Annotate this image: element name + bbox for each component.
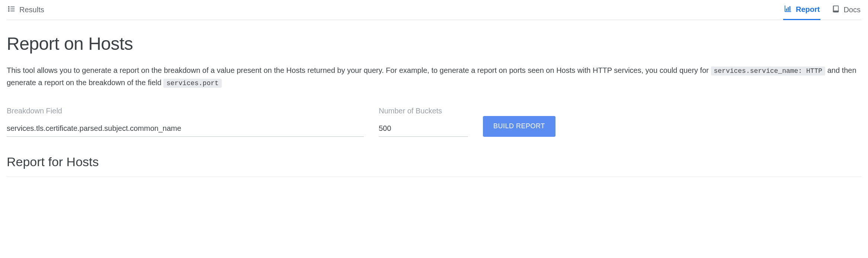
- svg-rect-8: [786, 9, 787, 11]
- tab-report-label: Report: [796, 5, 820, 14]
- tab-results-label: Results: [19, 6, 44, 14]
- list-icon: [7, 5, 16, 15]
- buckets-field-group: Number of Buckets: [379, 107, 468, 137]
- page-title: Report on Hosts: [7, 33, 861, 54]
- desc-text-1: This tool allows you to generate a repor…: [7, 66, 711, 74]
- desc-code-2: services.port: [163, 79, 221, 88]
- report-form: Breakdown Field Number of Buckets BUILD …: [7, 107, 861, 137]
- section-divider: [7, 177, 861, 177]
- desc-code-1: services.service_name: HTTP: [711, 67, 826, 75]
- svg-rect-9: [788, 7, 789, 11]
- svg-point-1: [9, 9, 9, 9]
- nav-left: Results: [7, 0, 45, 20]
- top-nav: Results Report Docs: [7, 0, 861, 20]
- nav-right: Report Docs: [783, 0, 861, 20]
- buckets-field-input[interactable]: [379, 122, 468, 137]
- buckets-field-label: Number of Buckets: [379, 107, 468, 115]
- book-icon: [832, 5, 840, 15]
- breakdown-field-input[interactable]: [7, 122, 364, 137]
- chart-bar-icon: [784, 4, 792, 14]
- tab-report[interactable]: Report: [783, 0, 820, 20]
- svg-point-0: [9, 6, 9, 7]
- build-report-button[interactable]: BUILD REPORT: [483, 116, 555, 137]
- tab-docs-label: Docs: [843, 6, 861, 14]
- breakdown-field-group: Breakdown Field: [7, 107, 364, 137]
- svg-rect-10: [789, 6, 791, 11]
- svg-point-2: [9, 10, 9, 11]
- page-description: This tool allows you to generate a repor…: [7, 64, 861, 89]
- breakdown-field-label: Breakdown Field: [7, 107, 364, 115]
- tab-docs[interactable]: Docs: [831, 0, 861, 20]
- report-section-title: Report for Hosts: [7, 155, 861, 169]
- tab-results[interactable]: Results: [7, 0, 45, 20]
